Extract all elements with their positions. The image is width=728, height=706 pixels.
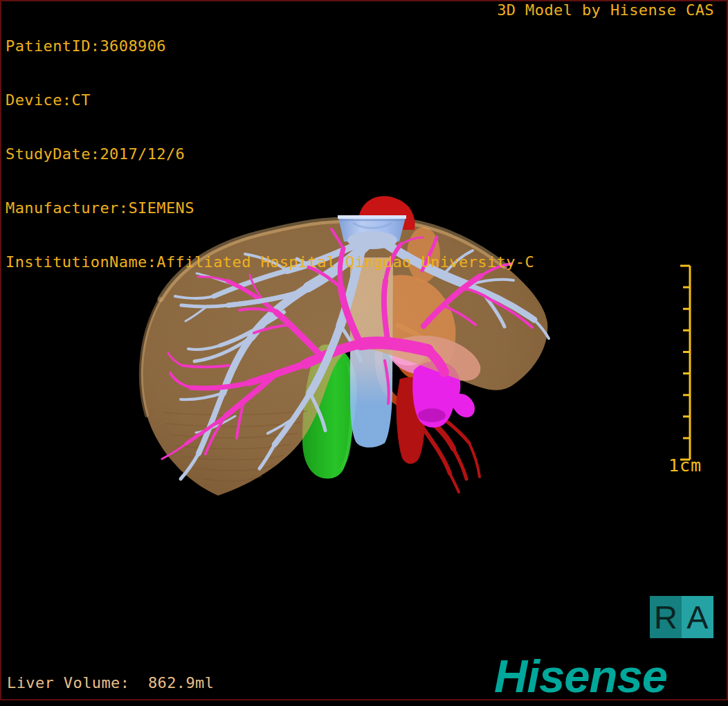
scale-bar-ticks: [680, 266, 690, 460]
patient-info-block: PatientID:3608906 Device:CT StudyDate:20…: [6, 1, 534, 307]
orientation-markers: R A: [650, 596, 713, 638]
liver-volume-value: 862.9ml: [148, 674, 215, 691]
orientation-marker-anterior: A: [682, 596, 713, 638]
scale-bar-label: 1cm: [668, 455, 702, 476]
app-title: 3D Model by Hisense CAS: [497, 1, 714, 19]
liver-volume-label: Liver Volume:: [7, 674, 129, 691]
manufacturer-line: Manufacturer:SIEMENS: [6, 199, 534, 217]
scale-bar: [677, 263, 695, 464]
institution-line: InstitutionName:Affiliated Hospital Qing…: [6, 253, 534, 271]
study-date-line: StudyDate:2017/12/6: [6, 145, 534, 163]
device-line: Device:CT: [6, 91, 534, 109]
viewer-window: PatientID:3608906 Device:CT StudyDate:20…: [0, 0, 728, 706]
orientation-marker-right: R: [650, 596, 682, 638]
hisense-logo: Hisense: [494, 649, 667, 703]
liver-volume-readout: Liver Volume:862.9ml: [7, 674, 214, 691]
patient-id-line: PatientID:3608906: [6, 37, 534, 55]
